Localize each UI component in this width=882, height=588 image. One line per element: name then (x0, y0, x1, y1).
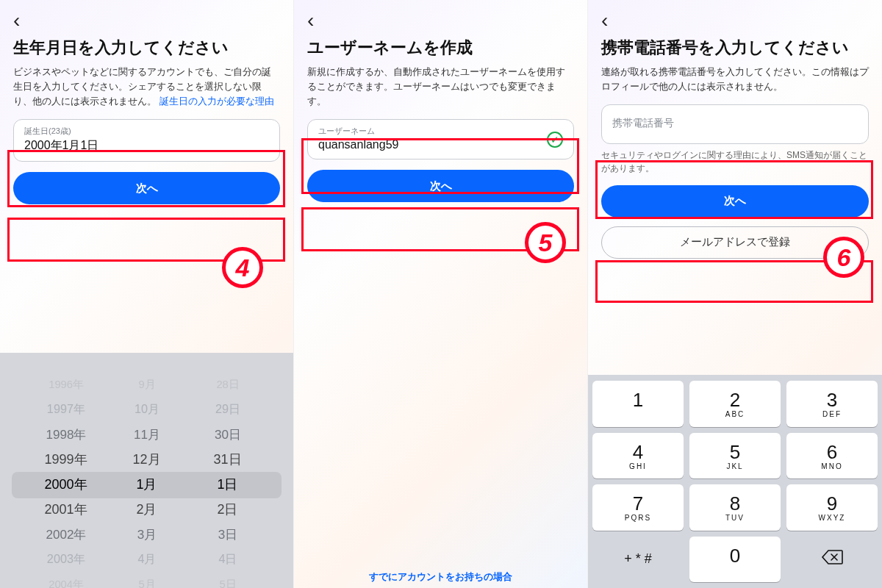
back-button[interactable]: ‹ (307, 10, 574, 31)
keypad-symbols[interactable]: + * # (592, 537, 684, 583)
keypad-0[interactable]: 0 (689, 537, 781, 583)
birthday-field[interactable]: 誕生日(23歳) 2000年1月1日 (13, 119, 280, 162)
page-title: ユーザーネームを作成 (307, 37, 574, 59)
keypad-5[interactable]: 5JKL (689, 433, 781, 479)
back-button[interactable]: ‹ (13, 10, 280, 31)
keypad-2[interactable]: 2ABC (689, 381, 781, 427)
keypad-4[interactable]: 4GHI (592, 433, 684, 479)
keypad-8[interactable]: 8TUV (689, 484, 781, 531)
page-description: 新規に作成するか、自動作成されたユーザーネームを使用することができます。ユーザー… (307, 65, 574, 109)
month-column[interactable]: 9月 10月 11月 12月 1月 2月 3月 4月 5月 (110, 372, 184, 588)
next-button[interactable]: 次へ (13, 172, 280, 204)
page-description: ビジネスやペットなどに関するアカウントでも、ご自分の誕生日を入力してください。シ… (13, 65, 280, 109)
username-field-label: ユーザーネーム (318, 126, 563, 137)
check-icon: ✓ (547, 132, 563, 148)
keypad-6[interactable]: 6MNO (786, 433, 878, 479)
step-badge-4: 4 (222, 247, 263, 288)
birthday-field-value: 2000年1月1日 (24, 138, 269, 154)
phone-field[interactable]: 携帯電話番号 (601, 104, 869, 144)
username-field-value: quansanlang59 (318, 138, 563, 151)
numeric-keypad: 1 2ABC 3DEF 4GHI 5JKL 6MNO 7PQRS 8TUV 9W… (588, 375, 882, 588)
page-description: 連絡が取れる携帯電話番号を入力してください。この情報はプロフィールで他の人には表… (601, 65, 869, 94)
page-title: 携帯電話番号を入力してください (601, 37, 869, 59)
step-badge-5: 5 (525, 222, 566, 263)
keypad-backspace[interactable] (786, 537, 878, 583)
next-button[interactable]: 次へ (601, 185, 869, 218)
screen-username: ‹ ユーザーネームを作成 新規に作成するか、自動作成されたユーザーネームを使用す… (294, 0, 588, 588)
back-button[interactable]: ‹ (601, 10, 869, 31)
birthday-reason-link[interactable]: 誕生日の入力が必要な理由 (159, 96, 274, 107)
username-field[interactable]: ユーザーネーム quansanlang59 ✓ (307, 119, 574, 159)
sms-note: セキュリティやログインに関する理由により、SMS通知が届くことがあります。 (601, 148, 869, 175)
screen-phone: ‹ 携帯電話番号を入力してください 連絡が取れる携帯電話番号を入力してください。… (588, 0, 882, 588)
annotation-box (595, 260, 873, 303)
register-with-email-button[interactable]: メールアドレスで登録 (601, 226, 869, 259)
backspace-icon (821, 549, 843, 569)
next-button[interactable]: 次へ (307, 170, 574, 202)
page-title: 生年月日を入力してください (13, 37, 280, 59)
annotation-box (301, 207, 579, 251)
annotation-box (7, 218, 285, 262)
birthday-field-label: 誕生日(23歳) (24, 126, 269, 137)
day-column[interactable]: 28日 29日 30日 31日 1日 2日 3日 4日 5日 (191, 372, 265, 588)
already-have-account-link[interactable]: すでにアカウントをお持ちの場合 (294, 570, 587, 584)
screen-birthday: ‹ 生年月日を入力してください ビジネスやペットなどに関するアカウントでも、ご自… (0, 0, 294, 588)
keypad-7[interactable]: 7PQRS (592, 484, 684, 531)
year-column[interactable]: 1996年 1997年 1998年 1999年 2000年 2001年 2002… (29, 372, 103, 588)
keypad-1[interactable]: 1 (592, 381, 684, 427)
keypad-3[interactable]: 3DEF (786, 381, 878, 427)
keypad-9[interactable]: 9WXYZ (786, 484, 878, 531)
phone-field-placeholder: 携帯電話番号 (612, 111, 858, 136)
date-picker[interactable]: 1996年 1997年 1998年 1999年 2000年 2001年 2002… (0, 353, 293, 588)
